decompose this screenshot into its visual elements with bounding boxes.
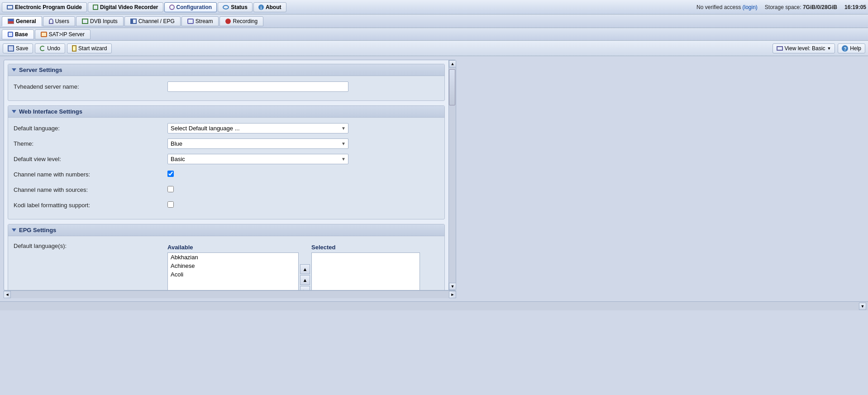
tab-channel-epg[interactable]: Channel / EPG <box>124 16 181 26</box>
theme-label: Theme: <box>14 140 167 147</box>
subtab-base-label: Base <box>15 31 28 38</box>
undo-button[interactable]: Undo <box>35 43 65 53</box>
content-panel: Server Settings Tvheadend server name: T… <box>4 60 456 298</box>
horizontal-scrollbar: ◄ ► <box>4 290 456 298</box>
status-nav-button[interactable]: Status <box>218 2 253 12</box>
epg-lang-label: Default language(s): <box>14 243 167 249</box>
epg-selected-list[interactable] <box>311 252 420 290</box>
theme-row: Theme: Blue <box>14 138 439 149</box>
status-nav-label: Status <box>231 4 248 10</box>
rec-icon <box>225 19 231 24</box>
epg-move-right-button[interactable]: ► <box>300 286 310 290</box>
corner-button[interactable]: ▼ <box>859 303 866 310</box>
hscroll-right-arrow[interactable]: ► <box>449 291 456 298</box>
topbar: Electronic Program Guide Digital Video R… <box>0 0 868 14</box>
subtab-base[interactable]: Base <box>2 29 34 39</box>
channel-numbers-label: Channel name with numbers: <box>14 171 167 178</box>
scroll-down-arrow[interactable]: ▼ <box>449 283 456 290</box>
theme-control: Blue <box>167 138 439 149</box>
access-info: No verified access (login) <box>696 4 758 10</box>
channel-numbers-row: Channel name with numbers: <box>14 168 439 180</box>
login-link[interactable]: (login) <box>743 4 758 10</box>
tab-general[interactable]: General <box>2 16 42 26</box>
hscroll-left-arrow[interactable]: ◄ <box>4 291 11 298</box>
wizard-button[interactable]: Start wizard <box>67 43 112 53</box>
epg-nav-label: Electronic Program Guide <box>15 4 82 10</box>
collapse-triangle-epg[interactable] <box>12 228 16 232</box>
lang-row: Default language: Select Default languag… <box>14 122 439 134</box>
channel-numbers-checkbox[interactable] <box>167 171 174 177</box>
view-level-button[interactable]: View level: Basic ▼ <box>773 43 835 53</box>
scroll-track <box>449 67 456 283</box>
tab-dvb-inputs-label: DVB Inputs <box>90 18 118 24</box>
chevron-down-icon: ▼ <box>827 46 831 51</box>
arrow-right-icon: ► <box>303 288 308 290</box>
channel-numbers-control <box>167 171 439 178</box>
subtab-sat-ip[interactable]: SAT>IP Server <box>35 29 91 39</box>
dvr-nav-button[interactable]: Digital Video Recorder <box>88 2 163 12</box>
server-name-control: Tvheadend <box>167 81 439 92</box>
film-icon <box>93 5 98 10</box>
scroll-up-arrow[interactable]: ▲ <box>449 60 456 67</box>
list-item[interactable]: Abkhazian <box>168 253 298 262</box>
server-name-input[interactable]: Tvheadend <box>167 81 348 92</box>
help-icon: ? <box>842 45 848 52</box>
main-area: Server Settings Tvheadend server name: T… <box>0 56 868 301</box>
config-nav-button[interactable]: Configuration <box>164 2 217 12</box>
hscroll-track <box>11 291 449 298</box>
tab-recording[interactable]: Recording <box>219 16 263 26</box>
tab-dvb-inputs[interactable]: DVB Inputs <box>76 16 124 26</box>
view-level-select[interactable]: Basic <box>167 154 348 164</box>
monitor-icon <box>7 5 13 10</box>
kodi-checkbox[interactable] <box>167 201 174 208</box>
server-settings-body: Tvheadend server name: Tvheadend <box>8 76 444 100</box>
antenna-icon <box>82 19 88 24</box>
server-name-row: Tvheadend server name: Tvheadend <box>14 81 439 92</box>
tab-users[interactable]: Users <box>43 16 75 26</box>
channel-sources-control <box>167 186 439 194</box>
theme-select[interactable]: Blue <box>167 138 348 149</box>
eye-icon <box>223 5 229 10</box>
view-level-control: Basic <box>167 154 439 164</box>
undo-icon <box>40 46 45 51</box>
web-interface-title: Web Interface Settings <box>19 108 82 115</box>
epg-move-up-button[interactable]: ▲ <box>300 264 310 274</box>
lang-label: Default language: <box>14 125 167 132</box>
epg-btn-col: ▲ ▲ ► <box>299 252 311 290</box>
tab-users-label: Users <box>55 18 69 24</box>
epg-available-list[interactable]: Abkhazian Achinese Acoli <box>167 252 299 290</box>
list-item[interactable]: Achinese <box>168 262 298 270</box>
channel-sources-label: Channel name with sources: <box>14 186 167 193</box>
tab-channel-epg-label: Channel / EPG <box>138 18 175 24</box>
tab-recording-label: Recording <box>233 18 258 24</box>
epg-nav-button[interactable]: Electronic Program Guide <box>2 2 87 12</box>
collapse-triangle-server[interactable] <box>12 68 16 71</box>
collapse-triangle-web[interactable] <box>12 110 16 113</box>
flag-icon <box>8 19 14 24</box>
web-interface-header: Web Interface Settings <box>8 106 444 118</box>
tab-stream[interactable]: Stream <box>181 16 219 26</box>
lang-select[interactable]: Select Default language ... <box>167 123 348 133</box>
sat-icon <box>41 32 47 37</box>
about-nav-button[interactable]: i About <box>253 2 286 12</box>
view-icon <box>777 46 783 51</box>
view-level-label: Default view level: <box>14 156 167 162</box>
config-nav-label: Configuration <box>176 4 212 10</box>
help-button[interactable]: ? Help <box>838 43 865 53</box>
scroll-thumb[interactable] <box>449 69 455 105</box>
info-icon: i <box>258 5 264 10</box>
server-settings-header: Server Settings <box>8 64 444 76</box>
epg-settings-section: EPG Settings Default language(s): Availa… <box>8 224 445 290</box>
list-item[interactable]: Acoli <box>168 270 298 279</box>
status-bar: ▼ <box>0 301 868 310</box>
view-level-row: Default view level: Basic <box>14 153 439 165</box>
channel-sources-checkbox[interactable] <box>167 186 174 192</box>
lang-select-wrapper: Select Default language ... <box>167 123 348 133</box>
epg-selected-col: Selected <box>311 243 420 290</box>
save-button[interactable]: Save <box>3 43 33 53</box>
epg-selected-label: Selected <box>311 243 420 252</box>
scroll-up-icon: ▲ <box>303 277 308 283</box>
epg-scroll-up-button[interactable]: ▲ <box>300 275 310 285</box>
channel-sources-row: Channel name with sources: <box>14 184 439 195</box>
kodi-control <box>167 201 439 209</box>
